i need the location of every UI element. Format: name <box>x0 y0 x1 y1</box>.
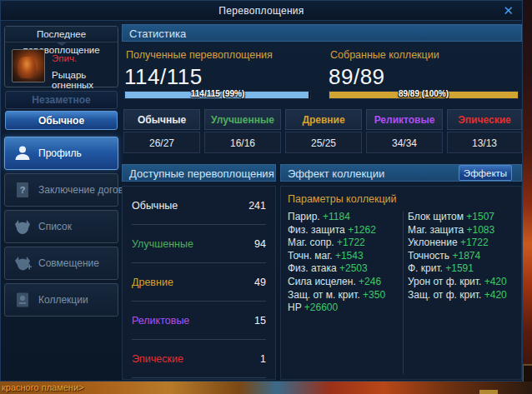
stat-line: Защ. от ф. крит. +420 <box>408 289 518 302</box>
title-bar: Перевоплощения <box>1 1 522 21</box>
stealth-button[interactable]: Незаметное <box>5 91 118 109</box>
category-value: 26/27 <box>123 132 200 153</box>
stat-line: Парир. +1184 <box>288 211 401 224</box>
category-value: 16/16 <box>204 132 281 153</box>
collections-label: Собранные коллекции <box>330 49 439 61</box>
sidebar-item-collections[interactable]: Коллекции <box>4 283 118 317</box>
available-row-common[interactable]: Обычные 241 <box>132 187 266 225</box>
reincarnation-window: Перевоплощения ✕ Последнее перевоплощени… <box>0 0 523 382</box>
category-header: Реликтовые <box>366 109 443 130</box>
row-label: Эпические <box>132 353 183 365</box>
stat-line: HP +26600 <box>288 302 401 315</box>
available-header: Доступные перевоплощения <box>122 164 276 182</box>
game-world-right <box>523 0 532 394</box>
fire-knight-icon <box>18 57 36 78</box>
sidebar-item-profile[interactable]: Профиль <box>4 137 118 170</box>
stat-line: Защ. от м. крит. +350 <box>288 289 401 302</box>
stat-line: Уклонение +1722 <box>408 237 518 250</box>
sidebar-item-contract[interactable]: ? Заключение договора <box>4 173 118 207</box>
collection-params-header: Параметры коллекций <box>288 193 397 205</box>
row-value: 15 <box>254 315 266 327</box>
category-value: 25/25 <box>285 132 362 153</box>
contract-scroll-icon: ? <box>12 179 33 201</box>
row-label: Обычные <box>132 200 178 212</box>
category-header: Эпические <box>447 109 522 130</box>
sidebar-item-label: Совмещение <box>38 257 99 269</box>
stat-line: Точн. маг. +1543 <box>288 250 401 263</box>
collections-value: 89/89 <box>329 64 385 90</box>
person-icon <box>12 142 33 164</box>
category-improved: Улучшенные 16/16 <box>204 109 281 153</box>
row-label: Древние <box>132 277 173 288</box>
obtained-progress-bar: 114/115 (99%) <box>124 91 311 99</box>
stat-line: Урон от ф. крит. +420 <box>408 276 518 289</box>
row-label: Улучшенные <box>132 238 193 250</box>
available-row-improved[interactable]: Улучшенные 94 <box>132 225 266 263</box>
category-common: Обычные 26/27 <box>123 109 200 153</box>
stats-column-left: Парир. +1184 Физ. защита +1262 Маг. сопр… <box>288 211 401 315</box>
collections-progress-bar: 89/89 (100%) <box>329 91 519 99</box>
last-reincarnation-panel: Последнее перевоплощение Эпич. Рыцарь ог… <box>4 26 118 87</box>
sidebar-item-list[interactable]: Список <box>4 210 118 243</box>
obtained-value: 114/115 <box>124 64 203 90</box>
stat-line: Блок щитом +1507 <box>408 211 518 224</box>
available-row-ancient[interactable]: Древние 49 <box>132 263 266 302</box>
chevron-down-icon <box>57 42 67 46</box>
rarity-label: Эпич. <box>52 53 77 63</box>
effects-button[interactable]: Эффекты <box>459 165 512 181</box>
available-panel: Обычные 241 Улучшенные 94 Древние 49 Рел… <box>122 186 276 380</box>
category-value: 13/13 <box>447 132 522 153</box>
stat-line: Физ. защита +1262 <box>288 224 401 237</box>
row-value: 1 <box>260 353 266 365</box>
category-relic: Реликтовые 34/34 <box>366 109 443 153</box>
category-header: Обычные <box>123 109 200 130</box>
sidebar-item-merge[interactable]: Совмещение <box>4 247 118 280</box>
row-value: 49 <box>254 277 266 288</box>
obtained-label: Полученные перевоплощения <box>126 49 273 61</box>
reincarnation-name: Рыцарь огненных <box>52 70 118 90</box>
game-hotbar-chip <box>479 390 498 394</box>
close-icon[interactable]: ✕ <box>503 2 514 19</box>
stat-line: Точность +1874 <box>408 250 518 263</box>
stat-line: Физ. атака +2503 <box>288 262 401 276</box>
window-title: Перевоплощения <box>1 1 522 21</box>
collection-effect-panel: Параметры коллекций Парир. +1184 Физ. за… <box>280 186 522 380</box>
stat-line: Сила исцелен. +246 <box>288 276 401 289</box>
reincarnation-avatar[interactable] <box>12 49 45 82</box>
normal-button[interactable]: Обычное <box>5 111 118 130</box>
available-row-relic[interactable]: Реликтовые 15 <box>132 302 266 340</box>
sidebar-item-label: Список <box>38 221 72 232</box>
progress-label: 89/89 (100%) <box>329 89 518 98</box>
stat-line: Ф. крит. +1591 <box>408 262 518 276</box>
last-reincarnation-header: Последнее перевоплощение <box>5 27 118 42</box>
category-epic: Эпические 13/13 <box>447 109 522 153</box>
column-divider <box>403 212 404 374</box>
sidebar-item-label: Профиль <box>38 147 82 159</box>
category-ancient: Древние 25/25 <box>285 109 362 153</box>
progress-label: 114/115 (99%) <box>125 89 310 98</box>
demon-helm-plus-icon <box>12 252 33 274</box>
row-label: Реликтовые <box>132 315 189 327</box>
row-value: 94 <box>254 238 266 250</box>
stats-column-right: Блок щитом +1507 Маг. защита +1083 Уклон… <box>408 211 518 302</box>
row-value: 241 <box>248 200 266 212</box>
category-header: Улучшенные <box>204 109 281 130</box>
collection-card-icon <box>12 289 33 311</box>
category-header: Древние <box>285 109 362 130</box>
svg-text:?: ? <box>20 185 26 195</box>
category-value: 34/34 <box>366 132 443 153</box>
statistics-header: Статистика <box>122 24 522 42</box>
sidebar-item-label: Коллекции <box>38 294 88 306</box>
stat-line: Маг. сопр. +1722 <box>288 237 401 250</box>
available-row-epic[interactable]: Эпические 1 <box>132 340 266 378</box>
stat-line: Маг. защита +1083 <box>408 224 518 237</box>
chat-message: красного пламени> <box>2 382 84 392</box>
demon-helm-icon <box>12 216 33 237</box>
